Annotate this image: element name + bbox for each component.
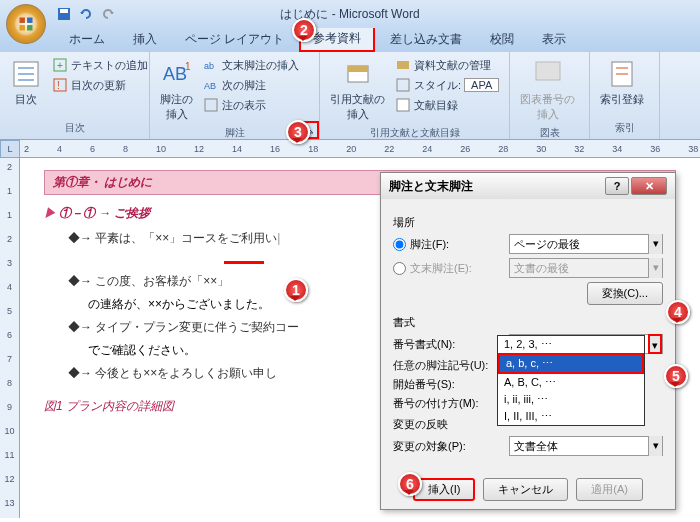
group-caption-label: 図表 [516, 124, 583, 140]
number-format-label: 番号書式(N): [393, 337, 503, 352]
dd-item[interactable]: 1, 2, 3, ⋯ [498, 336, 644, 353]
insert-caption-button[interactable]: 図表番号の 挿入 [516, 56, 579, 124]
svg-rect-24 [397, 99, 409, 111]
dd-item[interactable]: A, B, C, ⋯ [498, 374, 644, 391]
red-underline [224, 261, 264, 264]
group-toc-label: 目次 [6, 119, 143, 135]
insert-button[interactable]: 挿入(I) [413, 478, 475, 501]
caption-icon [532, 58, 564, 90]
svg-text:ab: ab [204, 61, 214, 71]
tab-view[interactable]: 表示 [529, 27, 579, 52]
callout-4: 4 [666, 300, 690, 324]
footnote-radio[interactable]: 脚注(F): [393, 237, 503, 252]
svg-text:!: ! [57, 80, 60, 91]
add-text-button[interactable]: +テキストの追加 [50, 56, 150, 74]
title-bar: はじめに - Microsoft Word [0, 0, 700, 28]
quick-access-toolbar [56, 6, 116, 22]
svg-text:AB: AB [163, 64, 187, 84]
dd-item[interactable]: I, II, III, ⋯ [498, 408, 644, 425]
index-icon [606, 58, 638, 90]
footnote-label: 脚注の 挿入 [160, 92, 193, 122]
dialog-title: 脚注と文末脚注 [389, 178, 473, 195]
endnote-icon: ab [203, 57, 219, 73]
toc-icon [10, 58, 42, 90]
group-citation: 引用文献の 挿入 資料文献の管理 スタイル: APA 文献目録 引用文献と文献目… [320, 52, 510, 139]
vertical-ruler[interactable]: 211234567891011121314 [0, 158, 20, 518]
caption-label: 図表番号の 挿入 [520, 92, 575, 122]
svg-text:AB: AB [204, 81, 216, 91]
manage-icon [395, 57, 411, 73]
ribbon: 目次 +テキストの追加 !目次の更新 目次 AB1 脚注の 挿入 ab文末脚注の… [0, 52, 700, 140]
next-footnote-button[interactable]: AB次の脚注 [201, 76, 301, 94]
close-button[interactable]: ✕ [631, 177, 667, 195]
bibliography-button[interactable]: 文献目録 [393, 96, 501, 114]
insert-endnote-button[interactable]: ab文末脚注の挿入 [201, 56, 301, 74]
citation-icon [342, 58, 374, 90]
next-footnote-icon: AB [203, 77, 219, 93]
manage-sources-button[interactable]: 資料文献の管理 [393, 56, 501, 74]
group-caption: 図表番号の 挿入 図表 [510, 52, 590, 139]
help-button[interactable]: ? [605, 177, 629, 195]
svg-rect-2 [27, 18, 32, 23]
cancel-button[interactable]: キャンセル [483, 478, 568, 501]
show-notes-icon [203, 97, 219, 113]
add-text-icon: + [52, 57, 68, 73]
group-index-label: 索引 [596, 119, 653, 135]
tab-insert[interactable]: 挿入 [120, 27, 170, 52]
convert-button[interactable]: 変換(C)... [587, 282, 663, 305]
svg-point-0 [15, 13, 37, 35]
apply-to-select[interactable]: 文書全体▾ [509, 436, 663, 456]
tab-mailings[interactable]: 差し込み文書 [377, 27, 475, 52]
svg-rect-25 [536, 62, 560, 80]
callout-5: 5 [664, 364, 688, 388]
horizontal-ruler[interactable]: 2468101214161820222426283032343638 [0, 140, 700, 158]
save-icon[interactable] [56, 6, 72, 22]
tab-layout[interactable]: ページ レイアウト [172, 27, 297, 52]
numbering-label: 番号の付け方(M): [393, 396, 503, 411]
undo-icon[interactable] [78, 6, 94, 22]
svg-rect-13 [54, 79, 66, 91]
custom-mark-label: 任意の脚注記号(U): [393, 358, 503, 373]
insert-footnote-button[interactable]: AB1 脚注の 挿入 [156, 56, 197, 124]
footnote-position-select[interactable]: ページの最後▾ [509, 234, 663, 254]
format-label: 書式 [393, 315, 663, 330]
group-toc: 目次 +テキストの追加 !目次の更新 目次 [0, 52, 150, 139]
toc-label: 目次 [15, 92, 37, 107]
dd-item-selected[interactable]: a, b, c, ⋯ [498, 353, 644, 374]
svg-rect-4 [27, 25, 32, 30]
dd-item[interactable]: i, ii, iii, ⋯ [498, 391, 644, 408]
footnote-icon: AB1 [161, 58, 193, 90]
update-toc-button[interactable]: !目次の更新 [50, 76, 150, 94]
footnote-dialog: 脚注と文末脚注 ? ✕ 場所 脚注(F): ページの最後▾ 文末脚注(E): 文… [380, 172, 676, 510]
svg-text:+: + [57, 60, 63, 71]
endnote-radio[interactable]: 文末脚注(E): [393, 261, 503, 276]
svg-rect-3 [20, 25, 25, 30]
dialog-titlebar[interactable]: 脚注と文末脚注 ? ✕ [381, 173, 675, 199]
tab-home[interactable]: ホーム [56, 27, 118, 52]
apply-button: 適用(A) [576, 478, 643, 501]
tab-review[interactable]: 校閲 [477, 27, 527, 52]
mark-index-button[interactable]: 索引登録 [596, 56, 648, 119]
callout-2: 2 [292, 18, 316, 42]
toc-button[interactable]: 目次 [6, 56, 46, 119]
svg-rect-19 [205, 99, 217, 111]
endnote-position-select: 文書の最後▾ [509, 258, 663, 278]
apply-to-label: 変更の対象(P): [393, 439, 503, 454]
ruler-corner: L [0, 140, 20, 158]
callout-3: 3 [286, 120, 310, 144]
style-icon [395, 77, 411, 93]
svg-text:1: 1 [185, 61, 191, 72]
ribbon-tabs: ホーム 挿入 ページ レイアウト 参考資料 差し込み文書 校閲 表示 [0, 28, 700, 52]
citation-style-button[interactable]: スタイル: APA [393, 76, 501, 94]
office-button[interactable] [6, 4, 46, 44]
insert-citation-button[interactable]: 引用文献の 挿入 [326, 56, 389, 124]
redo-icon[interactable] [100, 6, 116, 22]
show-notes-button[interactable]: 注の表示 [201, 96, 301, 114]
biblio-icon [395, 97, 411, 113]
svg-rect-1 [20, 18, 25, 23]
update-icon: ! [52, 77, 68, 93]
index-label: 索引登録 [600, 92, 644, 107]
group-citation-label: 引用文献と文献目録 [326, 124, 503, 140]
callout-6: 6 [398, 472, 422, 496]
citation-label: 引用文献の 挿入 [330, 92, 385, 122]
